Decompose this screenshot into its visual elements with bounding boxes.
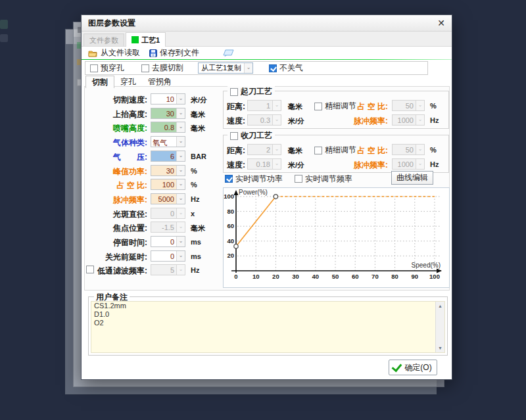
field-unit: ms <box>191 238 201 246</box>
value-combo[interactable]: 5000⌄ <box>151 193 185 204</box>
field-label: 光斑直径: <box>85 209 147 220</box>
x-tick-label: 90 <box>412 273 419 280</box>
film-cut-checkbox[interactable] <box>141 64 149 72</box>
note-line: D1.0 <box>91 310 444 319</box>
lead-in-label: 距离: <box>227 101 245 112</box>
film-cut-label: 去膜切割 <box>152 62 183 74</box>
subtab-cut[interactable]: 切割 <box>85 76 114 88</box>
lead-in-orange-unit: Hz <box>430 116 439 124</box>
chevron-down-icon: ⌄ <box>176 222 185 232</box>
desktop-background: 确定(O) 图层参数设置 ✕ 文件参数 工艺1 从文件读取 <box>0 0 526 420</box>
value-combo[interactable]: 5⌄ <box>151 264 185 275</box>
lead-out-title: 收刀工艺 <box>241 130 272 141</box>
chevron-down-icon: ⌄ <box>272 115 281 125</box>
save-disk-icon <box>149 49 157 57</box>
chevron-down-icon: ⌄ <box>176 194 185 204</box>
chevron-down-icon: ⌄ <box>176 265 185 275</box>
value-combo[interactable]: 30⌄ <box>151 108 185 119</box>
layer-color-swatch-icon <box>132 36 139 43</box>
lead-in-value-combo-value: 0.3 <box>248 115 272 125</box>
y-tick-label: 20 <box>227 252 234 259</box>
power-curve-solid <box>236 197 275 246</box>
lead-in-orange-combo[interactable]: 1000⌄ <box>392 114 425 126</box>
value-combo-value: 100 <box>151 179 176 189</box>
lead-out-checkbox[interactable] <box>230 132 238 140</box>
chevron-down-icon: ⌄ <box>416 101 424 110</box>
tab-file-params[interactable]: 文件参数 <box>84 34 124 46</box>
value-combo[interactable]: 0.8⌄ <box>151 122 185 133</box>
lead-out-orange-combo[interactable]: 1000⌄ <box>392 158 425 170</box>
realtime-freq-checkbox[interactable] <box>295 175 302 183</box>
lead-out-value-combo[interactable]: 2⌄ <box>247 144 281 155</box>
process-subtabs: 切割 穿孔 管拐角 <box>85 76 178 87</box>
y-tick-label: 80 <box>227 208 234 215</box>
tab-file-params-label: 文件参数 <box>89 36 118 44</box>
lead-in-orange-combo-value: 50 <box>393 101 416 110</box>
value-combo-value: 5000 <box>151 194 176 204</box>
scroll-up-icon[interactable]: ▲ <box>436 302 444 310</box>
lead-out-row: 距离:2⌄毫米精细调节占 空 比:50⌄% <box>224 143 448 156</box>
read-from-file-button[interactable]: 从文件读取 <box>85 47 143 59</box>
chevron-down-icon: ⌄ <box>176 179 185 189</box>
lead-in-value-combo-value: 1 <box>248 101 272 110</box>
ok-button[interactable]: 确定(O) <box>389 360 437 375</box>
check-icon <box>392 361 402 372</box>
curve-edit-button[interactable]: 曲线编辑 <box>391 171 433 185</box>
no-gas-off-checkbox[interactable] <box>269 64 277 72</box>
pre-pierce-checkbox[interactable] <box>90 64 98 72</box>
value-combo[interactable]: -1.5⌄ <box>151 222 185 233</box>
save-to-file-label: 保存到文件 <box>160 47 199 58</box>
note-button[interactable] <box>220 47 237 59</box>
lead-out-orange-unit: Hz <box>430 160 439 168</box>
copy-from-process-dropdown[interactable]: 从工艺1复制 ⌄ <box>198 62 253 74</box>
value-combo[interactable]: 30⌄ <box>151 165 185 176</box>
lead-in-orange-combo[interactable]: 50⌄ <box>392 100 425 111</box>
lead-in-value-combo[interactable]: 1⌄ <box>247 100 281 111</box>
value-combo[interactable]: 0⌄ <box>151 236 185 247</box>
value-combo[interactable]: 0⌄ <box>151 250 185 262</box>
x-tick-label: 60 <box>352 273 359 280</box>
field-unit: % <box>191 181 197 189</box>
subtab-pierce[interactable]: 穿孔 <box>114 76 142 87</box>
x-axis-title: Speed(%) <box>412 262 441 269</box>
lead-out-value-combo[interactable]: 0.18⌄ <box>247 158 281 170</box>
lead-in-row: 距离:1⌄毫米精细调节占 空 比:50⌄% <box>224 99 448 112</box>
lead-out-orange-combo[interactable]: 50⌄ <box>392 144 425 155</box>
value-combo-value: -1.5 <box>151 222 176 232</box>
lead-in-value-combo[interactable]: 0.3⌄ <box>247 114 281 126</box>
field-unit: Hz <box>191 195 199 203</box>
chevron-down-icon: ⌄ <box>416 115 424 125</box>
save-to-file-button[interactable]: 保存到文件 <box>147 47 202 59</box>
subtab-corner[interactable]: 管拐角 <box>142 76 178 87</box>
lead-out-fine-tune-checkbox[interactable] <box>314 147 322 154</box>
x-tick-label: 70 <box>371 273 379 280</box>
value-combo[interactable]: 10⌄ <box>151 93 185 105</box>
value-combo[interactable]: 6⌄ <box>151 151 185 162</box>
y-tick-label: 40 <box>227 237 234 245</box>
close-icon[interactable]: ✕ <box>437 18 445 28</box>
value-combo[interactable]: 100⌄ <box>151 179 185 190</box>
field-label: 气 压: <box>85 152 147 163</box>
tab-process-1[interactable]: 工艺1 <box>126 32 166 47</box>
notes-scrollbar[interactable]: ▲ ▼ <box>435 302 444 352</box>
x-tick-label: 10 <box>252 273 260 280</box>
realtime-power-checkbox[interactable] <box>225 175 233 183</box>
x-tick-label: 50 <box>332 273 339 280</box>
pre-pierce-label: 预穿孔 <box>101 62 124 74</box>
lead-out-unit: 毫米 <box>288 146 302 156</box>
note-bubble-icon <box>223 49 234 57</box>
user-notes-textarea[interactable]: CS1.2mmD1.0O2 ▲ ▼ <box>91 301 445 353</box>
chevron-down-icon: ⌄ <box>176 237 185 246</box>
lead-in-fine-tune-checkbox[interactable] <box>314 103 322 110</box>
chevron-down-icon: ⌄ <box>176 151 185 161</box>
user-notes-group: 用户备注 CS1.2mmD1.0O2 ▲ ▼ <box>88 296 448 356</box>
value-combo-value: 氧气 <box>151 137 176 147</box>
y-tick-label: 60 <box>227 222 234 229</box>
lead-in-checkbox[interactable] <box>230 88 238 96</box>
value-combo[interactable]: 氧气⌄ <box>151 136 185 147</box>
realtime-power-label: 实时调节功率 <box>235 174 283 185</box>
dialog-titlebar[interactable]: 图层参数设置 ✕ <box>82 15 452 32</box>
field-label: 占 空 比: <box>85 180 147 191</box>
scroll-down-icon[interactable]: ▼ <box>436 344 444 352</box>
value-combo[interactable]: 0⌄ <box>151 208 185 219</box>
